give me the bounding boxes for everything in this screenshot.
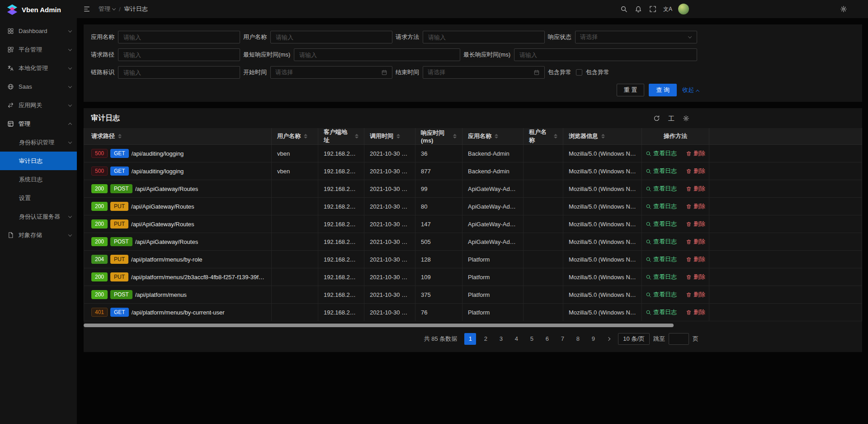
sidebar-subitem-5-1[interactable]: 审计日志 (0, 152, 77, 170)
view-log-button[interactable]: 查看日志 (646, 185, 677, 193)
page-button-5[interactable]: 5 (526, 333, 538, 345)
delete-button[interactable]: 删除 (686, 273, 705, 281)
view-log-button[interactable]: 查看日志 (646, 220, 677, 228)
jump-page-input[interactable] (669, 333, 689, 345)
sidebar-item-5[interactable]: 管理 (0, 114, 77, 133)
field-label: 最长响应时间(ms) (463, 51, 514, 59)
page-button-1[interactable]: 1 (464, 333, 476, 345)
view-log-button[interactable]: 查看日志 (646, 167, 677, 175)
user-name-input[interactable] (270, 31, 392, 43)
sort-icon[interactable] (355, 134, 359, 138)
response-status-select[interactable]: 请选择 (575, 31, 697, 43)
view-log-button[interactable]: 查看日志 (646, 291, 677, 299)
menu-fold-icon[interactable] (77, 0, 95, 18)
app-name-cell: Platform (462, 268, 524, 286)
scrollbar-thumb[interactable] (84, 324, 674, 327)
field-label: 开始时间 (243, 68, 270, 76)
search-icon[interactable] (617, 0, 631, 18)
view-log-button[interactable]: 查看日志 (646, 202, 677, 210)
density-icon[interactable]: 工 (668, 115, 675, 122)
refresh-icon[interactable] (653, 115, 660, 122)
horizontal-scrollbar[interactable] (84, 324, 862, 327)
collapse-button[interactable]: 收起 (682, 86, 699, 94)
sort-icon[interactable] (554, 134, 557, 138)
column-settings-icon[interactable] (683, 115, 689, 122)
sidebar-subitem-5-3[interactable]: 设置 (0, 189, 77, 207)
breadcrumb-item-1[interactable]: 审计日志 (124, 5, 148, 13)
sidebar-item-2[interactable]: 本地化管理 (0, 59, 77, 77)
delete-button[interactable]: 删除 (686, 220, 705, 228)
delete-button[interactable]: 删除 (686, 185, 705, 193)
view-log-button[interactable]: 查看日志 (646, 308, 677, 316)
bell-icon[interactable] (631, 0, 646, 18)
sidebar-item-6[interactable]: 对象存储 (0, 226, 77, 244)
sort-icon[interactable] (304, 134, 307, 138)
start-time-datepicker[interactable]: 请选择 (270, 66, 392, 79)
sort-icon[interactable] (601, 134, 605, 138)
request-path-input[interactable] (118, 48, 240, 61)
end-time-datepicker[interactable]: 请选择 (423, 66, 545, 79)
search-button[interactable]: 查 询 (649, 84, 677, 96)
sort-icon[interactable] (118, 134, 122, 138)
view-log-button[interactable]: 查看日志 (646, 255, 677, 263)
breadcrumb-item-0[interactable]: 管理 (99, 5, 115, 13)
translate-icon[interactable]: 文A (660, 0, 675, 18)
http-method-input[interactable] (423, 31, 545, 43)
filter-form: 应用名称用户名称请求方法响应状态请选择请求路径最短响应时间(ms)最长响应时间(… (91, 31, 855, 79)
delete-button[interactable]: 删除 (686, 255, 705, 263)
column-header-path[interactable]: 请求路径 (84, 128, 272, 145)
next-page-button[interactable] (603, 333, 614, 345)
app-name-input[interactable] (118, 31, 240, 43)
column-header-ip[interactable]: 客户端地址 (318, 128, 364, 145)
delete-button[interactable]: 删除 (686, 149, 705, 157)
sidebar-item-0[interactable]: Dashboard (0, 22, 77, 40)
settings-gear-icon[interactable] (836, 0, 851, 18)
sidebar-item-4[interactable]: 应用网关 (0, 96, 77, 114)
column-header-ms[interactable]: 响应时间(ms) (415, 128, 462, 145)
delete-button[interactable]: 删除 (686, 308, 705, 316)
fullscreen-icon[interactable] (646, 0, 660, 18)
trace-id-input[interactable] (118, 66, 240, 79)
sidebar-item-3[interactable]: Saas (0, 77, 77, 96)
sort-icon[interactable] (453, 134, 457, 138)
sidebar-subitem-5-4[interactable]: 身份认证服务器 (0, 207, 77, 226)
column-header-user[interactable]: 用户名称 (272, 128, 318, 145)
chevron-down-icon (112, 6, 116, 10)
filler-cell (709, 215, 862, 233)
view-log-button[interactable]: 查看日志 (646, 238, 677, 246)
sort-icon[interactable] (495, 134, 498, 138)
page-button-6[interactable]: 6 (541, 333, 553, 345)
column-header-tenant[interactable]: 租户名称 (524, 128, 563, 145)
main-content: 应用名称用户名称请求方法响应状态请选择请求路径最短响应时间(ms)最长响应时间(… (77, 18, 868, 424)
view-log-button[interactable]: 查看日志 (646, 149, 677, 157)
view-log-button[interactable]: 查看日志 (646, 273, 677, 281)
page-button-4[interactable]: 4 (510, 333, 522, 345)
delete-button[interactable]: 删除 (686, 202, 705, 210)
column-header-browser[interactable]: 浏览器信息 (563, 128, 642, 145)
page-button-3[interactable]: 3 (495, 333, 507, 345)
delete-button[interactable]: 删除 (686, 167, 705, 175)
page-button-8[interactable]: 8 (572, 333, 584, 345)
logo[interactable]: Vben Admin (0, 0, 77, 19)
column-header-time[interactable]: 调用时间 (364, 128, 415, 145)
method-badge: GET (110, 308, 129, 317)
min-response-ms-input[interactable] (294, 48, 460, 61)
avatar[interactable] (678, 4, 689, 14)
delete-button[interactable]: 删除 (686, 238, 705, 246)
page-button-2[interactable]: 2 (480, 333, 491, 345)
sidebar-subitem-5-0[interactable]: 身份标识管理 (0, 133, 77, 152)
sidebar-subitem-5-2[interactable]: 系统日志 (0, 170, 77, 189)
max-response-ms-input[interactable] (514, 48, 697, 61)
has-exception-checkbox[interactable] (576, 69, 582, 76)
sidebar-item-1[interactable]: 平台管理 (0, 40, 77, 59)
column-header-app[interactable]: 应用名称 (462, 128, 524, 145)
page-button-9[interactable]: 9 (587, 333, 599, 345)
reset-button[interactable]: 重 置 (617, 84, 645, 96)
calendar-icon (381, 69, 387, 76)
sort-icon[interactable] (396, 134, 400, 138)
delete-button[interactable]: 删除 (686, 291, 705, 299)
client-ip-cell: 192.168.208.1 (318, 215, 364, 233)
page-button-7[interactable]: 7 (557, 333, 568, 345)
page-size-select[interactable]: 10 条/页 (618, 333, 650, 345)
tenant-name-cell (524, 286, 563, 304)
